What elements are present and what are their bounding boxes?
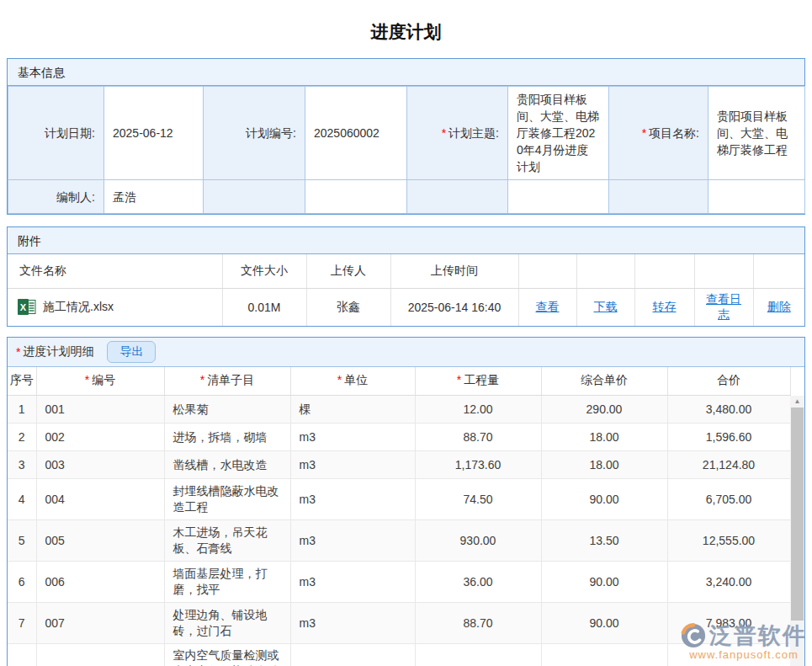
attachments-table: 文件名称 文件大小 上传人 上传时间 X bbox=[8, 254, 804, 326]
plan-subject-value: 贵阳项目样板间、大堂、电梯厅装修工程2020年4月份进度计划 bbox=[508, 87, 609, 180]
table-row: 2002 进场，拆墙，砌墙m3 88.7018.00 1,596.60 bbox=[8, 424, 790, 451]
col-header-uploader: 上传人 bbox=[306, 254, 390, 288]
excel-file-icon: X bbox=[18, 299, 36, 315]
attachment-row: X 施工情况.xlsx 0.01M 张鑫 2025-06-14 16:40 查看… bbox=[8, 288, 804, 326]
vertical-scrollbar[interactable]: ▲ ▼ bbox=[790, 396, 804, 666]
required-mark: * bbox=[442, 126, 446, 140]
project-name-label: *项目名称: bbox=[609, 87, 709, 180]
basic-info-table: 计划日期: 2025-06-12 计划编号: 2025060002 *计划主题:… bbox=[8, 86, 805, 214]
table-row: 5005 木工进场，吊天花板、石膏线m3 930.0013.50 12,555.… bbox=[8, 520, 790, 562]
empty-value-cell bbox=[508, 180, 609, 214]
table-row: 7007 处理边角、铺设地砖，过门石m3 88.7090.00 7,983.00 bbox=[8, 603, 790, 644]
col-header-seq: 序号 bbox=[8, 367, 36, 396]
file-size-cell: 0.01M bbox=[222, 288, 306, 326]
table-row: 8008 室内空气质量检测或室内空气污染综合治理；m3 15.50500.00 … bbox=[8, 644, 790, 666]
compiler-value: 孟浩 bbox=[104, 180, 204, 214]
schedule-detail-header-bar: * 进度计划明细 导出 bbox=[8, 338, 804, 367]
project-name-value: 贵阳项目样板间、大堂、电梯厅装修工程 bbox=[709, 87, 805, 180]
view-log-link[interactable]: 查看日志 bbox=[706, 292, 741, 321]
attachments-section: 附件 文件名称 文件大小 上传人 上传时间 bbox=[7, 226, 805, 327]
col-header-empty bbox=[753, 254, 804, 288]
file-name-text[interactable]: 施工情况.xlsx bbox=[43, 300, 114, 315]
empty-value-cell bbox=[709, 180, 805, 214]
uploader-cell: 张鑫 bbox=[306, 288, 390, 326]
detail-header-row: 序号 *编号 *清单子目 *单位 *工程量 综合单价 合价 bbox=[8, 367, 790, 396]
col-header-code: *编号 bbox=[36, 367, 164, 396]
empty-label-cell bbox=[407, 180, 508, 214]
plan-date-value: 2025-06-12 bbox=[104, 87, 204, 180]
scrollbar-thumb[interactable] bbox=[791, 408, 804, 621]
col-header-empty bbox=[576, 254, 634, 288]
compiler-label: 编制人: bbox=[8, 180, 104, 214]
view-link[interactable]: 查看 bbox=[536, 300, 560, 313]
col-header-quantity: *工程量 bbox=[415, 367, 541, 396]
col-header-empty bbox=[634, 254, 694, 288]
table-row: 4004 封埋线槽隐蔽水电改造工程m3 74.5090.00 6,705.00 bbox=[8, 479, 790, 520]
file-name-cell: X 施工情况.xlsx bbox=[8, 288, 222, 326]
attachments-section-title: 附件 bbox=[8, 227, 804, 254]
export-button[interactable]: 导出 bbox=[107, 341, 156, 363]
empty-label-cell bbox=[609, 180, 709, 214]
plan-number-value: 2025060002 bbox=[305, 87, 407, 180]
svg-text:X: X bbox=[20, 302, 27, 312]
col-header-upload-time: 上传时间 bbox=[390, 254, 518, 288]
page-title: 进度计划 bbox=[0, 0, 812, 58]
delete-link[interactable]: 删除 bbox=[767, 300, 791, 313]
col-header-file-size: 文件大小 bbox=[222, 254, 306, 288]
save-as-link[interactable]: 转存 bbox=[653, 300, 677, 313]
col-header-total-price: 合价 bbox=[667, 367, 790, 396]
col-header-file-name: 文件名称 bbox=[8, 254, 222, 288]
col-header-empty bbox=[694, 254, 753, 288]
col-header-unit-price: 综合单价 bbox=[541, 367, 667, 396]
schedule-detail-table: 序号 *编号 *清单子目 *单位 *工程量 综合单价 合价 1001 松果菊棵 … bbox=[8, 367, 791, 666]
required-mark: * bbox=[642, 126, 646, 140]
table-row: 3003 凿线槽，水电改造m3 1,173.6018.00 21,124.80 bbox=[8, 451, 790, 479]
plan-subject-label: *计划主题: bbox=[407, 87, 508, 180]
plan-date-label: 计划日期: bbox=[8, 87, 104, 180]
table-row: 6006 墙面基层处理，打磨，找平m3 36.0090.00 3,240.00 bbox=[8, 562, 790, 603]
scroll-up-arrow-icon[interactable]: ▲ bbox=[790, 396, 804, 408]
empty-label-cell bbox=[204, 180, 305, 214]
download-link[interactable]: 下载 bbox=[594, 300, 618, 313]
basic-info-section-title: 基本信息 bbox=[8, 59, 804, 86]
upload-time-cell: 2025-06-14 16:40 bbox=[390, 288, 518, 326]
plan-number-label: 计划编号: bbox=[204, 87, 305, 180]
schedule-detail-section-title: 进度计划明细 bbox=[23, 344, 93, 360]
empty-value-cell bbox=[305, 180, 407, 214]
col-header-empty bbox=[518, 254, 576, 288]
required-mark: * bbox=[16, 345, 20, 359]
col-header-item: *清单子目 bbox=[164, 367, 290, 396]
schedule-detail-section: * 进度计划明细 导出 序号 *编号 *清单子目 *单位 *工程量 综合单价 合… bbox=[7, 337, 805, 666]
basic-info-section: 基本信息 计划日期: 2025-06-12 计划编号: 2025060002 *… bbox=[7, 58, 805, 215]
col-header-unit: *单位 bbox=[290, 367, 415, 396]
table-row: 1001 松果菊棵 12.00290.00 3,480.00 bbox=[8, 396, 790, 424]
